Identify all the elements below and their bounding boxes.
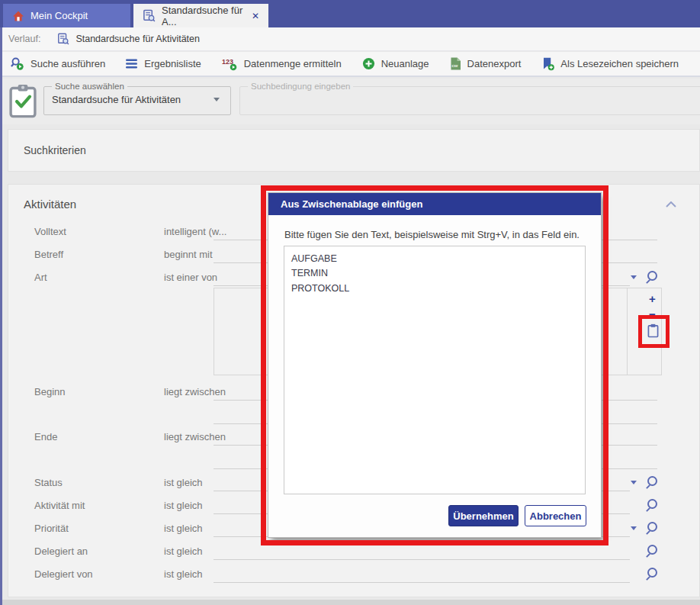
art-values-tools: + − xyxy=(627,288,662,375)
close-icon[interactable]: ✕ xyxy=(252,11,259,21)
tab-label: Mein Cockpit xyxy=(31,10,88,21)
window-bottom-edge xyxy=(2,600,700,605)
field-operator[interactable]: ist gleich xyxy=(164,523,203,534)
export-icon: csv xyxy=(450,57,461,70)
cancel-button[interactable]: Abbrechen xyxy=(525,505,586,526)
search-condition-legend: Suchbedingung eingeben xyxy=(248,82,353,91)
result-list-button[interactable]: Ergebnisliste xyxy=(126,58,201,69)
field-operator[interactable]: ist einer von xyxy=(164,272,217,283)
search-list-icon xyxy=(143,9,156,22)
field-label: Ende xyxy=(34,431,57,442)
svg-text:csv: csv xyxy=(451,64,458,68)
search-band: Suche auswählen Standardsuche für Aktivi… xyxy=(2,79,700,124)
run-search-button[interactable]: Suche ausführen xyxy=(10,56,105,71)
add-value-button[interactable]: + xyxy=(649,294,656,304)
chevron-up-icon[interactable] xyxy=(666,201,676,208)
toolbar-label: Ergebnisliste xyxy=(144,58,201,69)
toolbar-label: Neuanlage xyxy=(381,58,429,69)
save-bookmark-button[interactable]: Als Lesezeichen speichern xyxy=(541,57,679,71)
home-icon xyxy=(12,10,24,22)
chevron-down-icon[interactable] xyxy=(631,275,637,279)
chevron-down-icon[interactable] xyxy=(631,481,637,484)
clipboard-paste-icon[interactable] xyxy=(647,323,659,338)
search-icon[interactable] xyxy=(647,476,657,486)
bookmark-add-icon xyxy=(541,57,554,71)
search-icon[interactable] xyxy=(647,545,657,555)
apply-button[interactable]: Übernehmen xyxy=(448,505,519,526)
field-operator[interactable]: liegt zwischen xyxy=(164,386,226,397)
field-input[interactable] xyxy=(214,559,630,560)
toolbar-label: Suche ausführen xyxy=(31,58,105,69)
field-operator[interactable]: intelligent (w... xyxy=(164,226,226,237)
application-window: Mein Cockpit Standardsuche für A... ✕ Ve… xyxy=(0,0,700,605)
search-select-value: Standardsuche für Aktivitäten xyxy=(52,94,181,105)
activities-group-title: Aktivitäten xyxy=(24,198,76,211)
field-label: Volltext xyxy=(34,226,66,237)
result-list-icon xyxy=(126,59,138,69)
history-label: Verlauf: xyxy=(8,34,40,44)
search-condition-input[interactable]: Suchbedingung eingeben xyxy=(239,82,700,115)
field-operator[interactable]: liegt zwischen xyxy=(164,431,226,442)
paste-from-clipboard-dialog: Aus Zwischenablage einfügen Bitte fügen … xyxy=(268,193,601,537)
clipboard-check-icon xyxy=(9,84,37,118)
toolbar: Suche ausführen Ergebnisliste 123 Datenm… xyxy=(2,52,700,77)
search-icon[interactable] xyxy=(647,568,657,578)
data-export-button[interactable]: csv Datenexport xyxy=(450,57,522,70)
paste-textarea[interactable]: AUFGABE TERMIN PROTOKOLL xyxy=(284,246,586,494)
history-bar: Verlauf: Standardsuche für Aktivitäten xyxy=(2,27,700,51)
count-records-icon: 123 xyxy=(222,57,238,71)
field-input[interactable] xyxy=(214,582,630,583)
dialog-message: Bitte fügen Sie den Text, beispielsweise… xyxy=(284,229,580,240)
field-label: Aktivität mit xyxy=(34,500,85,511)
remove-value-button[interactable]: − xyxy=(649,309,656,320)
dialog-title: Aus Zwischenablage einfügen xyxy=(268,193,601,215)
tab-bar: Mein Cockpit Standardsuche für A... ✕ xyxy=(0,0,700,27)
field-row-delegiert-von: Delegiert von ist gleich xyxy=(0,566,700,583)
tab-label: Standardsuche für A... xyxy=(162,5,246,27)
field-operator[interactable]: ist gleich xyxy=(164,545,203,557)
field-operator[interactable]: ist gleich xyxy=(164,477,203,488)
field-operator[interactable]: ist gleich xyxy=(164,500,203,511)
tab-mein-cockpit[interactable]: Mein Cockpit xyxy=(3,4,130,27)
toolbar-label: Datenexport xyxy=(467,58,522,69)
toolbar-label: Datenmenge ermitteln xyxy=(244,58,342,69)
field-operator[interactable]: ist gleich xyxy=(164,568,203,580)
search-select-legend: Suche auswählen xyxy=(52,82,127,91)
search-icon[interactable] xyxy=(647,271,657,281)
field-operator[interactable]: beginnt mit xyxy=(164,249,213,260)
tab-standardsuche[interactable]: Standardsuche für A... ✕ xyxy=(133,4,268,27)
field-label: Betreff xyxy=(34,249,63,260)
count-records-button[interactable]: 123 Datenmenge ermitteln xyxy=(222,57,342,71)
field-row-delegiert-an: Delegiert an ist gleich xyxy=(0,543,700,560)
search-icon[interactable] xyxy=(647,522,657,532)
search-list-icon xyxy=(57,33,69,45)
add-icon xyxy=(362,57,375,70)
field-label: Delegiert von xyxy=(34,568,93,580)
criteria-section-title: Suchkriterien xyxy=(24,144,86,156)
toolbar-label: Als Lesezeichen speichern xyxy=(560,58,679,69)
field-label: Priorität xyxy=(34,523,69,534)
search-icon[interactable] xyxy=(647,499,657,509)
new-record-button[interactable]: Neuanlage xyxy=(362,57,429,70)
chevron-down-icon[interactable] xyxy=(214,98,220,101)
field-label: Status xyxy=(34,477,63,488)
window-left-edge xyxy=(0,27,2,605)
field-label: Delegiert an xyxy=(34,545,88,557)
criteria-section: Suchkriterien xyxy=(8,129,700,172)
chevron-down-icon[interactable] xyxy=(631,526,637,530)
history-entry[interactable]: Standardsuche für Aktivitäten xyxy=(75,34,200,44)
run-search-icon xyxy=(10,56,24,71)
field-label: Art xyxy=(34,272,47,283)
field-label: Beginn xyxy=(34,386,65,397)
search-select-dropdown[interactable]: Suche auswählen Standardsuche für Aktivi… xyxy=(43,82,231,115)
